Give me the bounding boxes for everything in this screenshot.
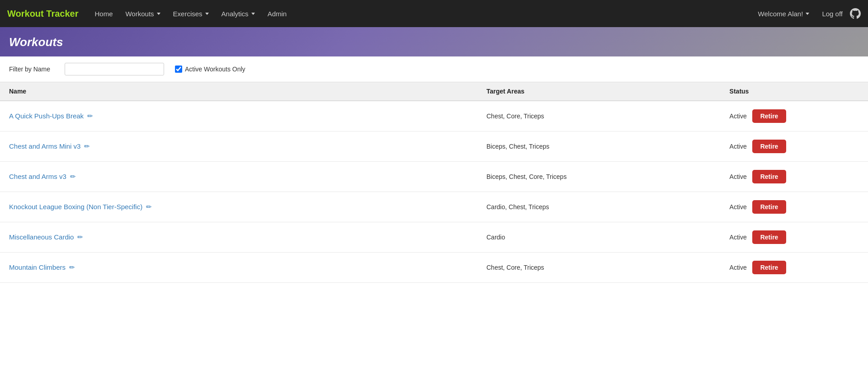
table-body: A Quick Push-Ups Break✏Chest, Core, Tric… [0,101,868,283]
filter-bar: Filter by Name Active Workouts Only [0,56,868,82]
nav-list: Home Workouts Exercises Analytics Admin [89,6,752,21]
edit-icon[interactable]: ✏ [87,112,93,120]
nav-item-analytics: Analytics [216,6,260,21]
workout-status-cell: ActiveRetire [721,101,868,131]
table-row: A Quick Push-Ups Break✏Chest, Core, Tric… [0,101,868,131]
table-row: Knockout League Boxing (Non Tier-Specifi… [0,192,868,222]
retire-button[interactable]: Retire [752,230,787,244]
status-badge: Active [730,234,747,241]
status-badge: Active [730,264,747,271]
workout-status-cell: ActiveRetire [721,253,868,283]
workout-name-link[interactable]: Chest and Arms v3 [9,173,66,180]
table-row: Chest and Arms Mini v3✏Biceps, Chest, Tr… [0,131,868,162]
nav-link-home[interactable]: Home [89,6,118,21]
workout-target-areas: Chest, Core, Triceps [477,253,721,283]
welcome-user-dropdown[interactable]: Welcome Alan! [753,6,815,21]
retire-button[interactable]: Retire [752,109,787,123]
nav-item-workouts: Workouts [120,6,165,21]
workout-name-cell: Knockout League Boxing (Non Tier-Specifi… [0,192,477,222]
analytics-dropdown-caret [251,13,255,15]
nav-analytics-label: Analytics [222,10,249,18]
nav-home-label: Home [94,10,113,18]
nav-link-workouts[interactable]: Workouts [120,6,165,21]
status-badge: Active [730,173,747,180]
active-only-text: Active Workouts Only [185,66,245,73]
table-row: Chest and Arms v3✏Biceps, Chest, Core, T… [0,162,868,192]
nav-item-home: Home [89,6,118,21]
workout-target-areas: Biceps, Chest, Triceps [477,131,721,162]
workouts-table: Name Target Areas Status A Quick Push-Up… [0,82,868,283]
workout-name-cell: Chest and Arms v3✏ [0,162,477,192]
nav-admin-label: Admin [268,10,287,18]
nav-link-admin[interactable]: Admin [262,6,292,21]
workout-status-cell: ActiveRetire [721,131,868,162]
nav-exercises-label: Exercises [173,10,203,18]
workout-target-areas: Cardio [477,222,721,253]
filter-name-input[interactable] [65,63,164,75]
brand-logo[interactable]: Workout Tracker [7,9,78,19]
navbar: Workout Tracker Home Workouts Exercises … [0,0,868,27]
active-only-label[interactable]: Active Workouts Only [175,66,245,73]
navbar-right: Welcome Alan! Log off [753,6,861,21]
logoff-link[interactable]: Log off [822,10,843,18]
workout-name-link[interactable]: Miscellaneous Cardio [9,233,74,241]
workout-target-areas: Biceps, Chest, Core, Triceps [477,162,721,192]
nav-item-admin: Admin [262,6,292,21]
page-header: Workouts [0,27,868,56]
nav-workouts-label: Workouts [125,10,154,18]
col-header-name: Name [0,82,477,101]
retire-button[interactable]: Retire [752,261,787,274]
workouts-dropdown-caret [157,13,160,15]
workout-name-link[interactable]: Chest and Arms Mini v3 [9,142,80,150]
col-header-target: Target Areas [477,82,721,101]
user-dropdown-caret [806,13,809,15]
retire-button[interactable]: Retire [752,140,787,153]
workout-name-link[interactable]: Mountain Climbers [9,263,66,271]
status-badge: Active [730,203,747,211]
workout-target-areas: Chest, Core, Triceps [477,101,721,131]
table-row: Mountain Climbers✏Chest, Core, TricepsAc… [0,253,868,283]
table-header: Name Target Areas Status [0,82,868,101]
edit-icon[interactable]: ✏ [70,173,76,180]
table-header-row: Name Target Areas Status [0,82,868,101]
filter-label: Filter by Name [9,66,50,73]
retire-button[interactable]: Retire [752,170,787,183]
retire-button[interactable]: Retire [752,200,787,214]
table-row: Miscellaneous Cardio✏CardioActiveRetire [0,222,868,253]
active-only-checkbox[interactable] [175,66,182,73]
workout-name-cell: Miscellaneous Cardio✏ [0,222,477,253]
edit-icon[interactable]: ✏ [146,203,152,211]
workout-status-cell: ActiveRetire [721,162,868,192]
welcome-text: Welcome Alan! [758,10,803,18]
edit-icon[interactable]: ✏ [69,263,75,271]
workout-target-areas: Cardio, Chest, Triceps [477,192,721,222]
workout-name-cell: A Quick Push-Ups Break✏ [0,101,477,131]
workout-name-link[interactable]: A Quick Push-Ups Break [9,112,84,120]
nav-item-exercises: Exercises [168,6,214,21]
edit-icon[interactable]: ✏ [77,233,83,241]
col-header-status: Status [721,82,868,101]
nav-link-exercises[interactable]: Exercises [168,6,214,21]
page-title: Workouts [9,35,859,49]
status-badge: Active [730,112,747,120]
workout-name-cell: Chest and Arms Mini v3✏ [0,131,477,162]
status-badge: Active [730,143,747,150]
workout-name-cell: Mountain Climbers✏ [0,253,477,283]
github-icon[interactable] [850,8,861,19]
nav-link-analytics[interactable]: Analytics [216,6,260,21]
workout-status-cell: ActiveRetire [721,192,868,222]
exercises-dropdown-caret [205,13,209,15]
workout-status-cell: ActiveRetire [721,222,868,253]
workout-name-link[interactable]: Knockout League Boxing (Non Tier-Specifi… [9,203,142,211]
edit-icon[interactable]: ✏ [84,142,90,150]
